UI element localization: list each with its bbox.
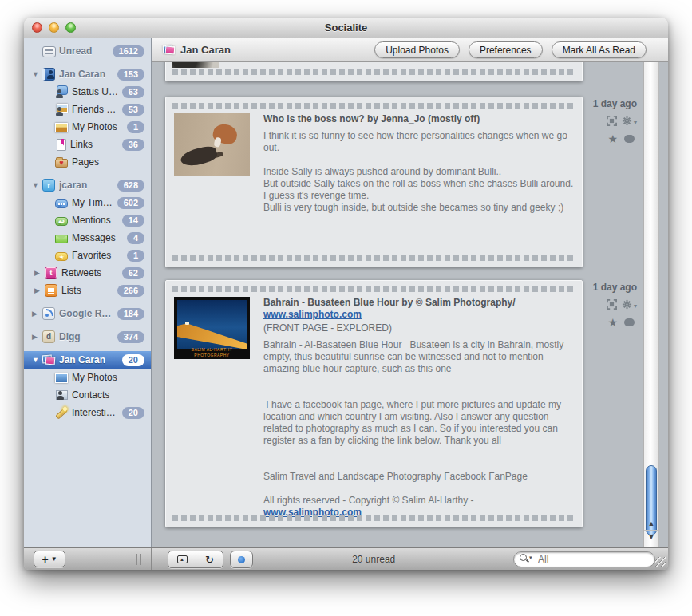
expand-icon[interactable] — [607, 115, 617, 129]
star-bubble-icon — [55, 252, 68, 261]
filmstrip-perforation — [172, 286, 575, 292]
sidebar-item-label: jcaran — [59, 180, 117, 191]
disclosure-triangle[interactable] — [32, 310, 42, 318]
comment-bubble-icon[interactable] — [624, 135, 635, 143]
sidebar-item-digg[interactable]: Digg 374 — [24, 328, 151, 346]
sidebar-item-label: Jan Caran — [59, 69, 117, 80]
feed-item-body: I think it is so funny to see how there … — [263, 130, 574, 214]
preferences-button[interactable]: Preferences — [469, 41, 543, 58]
disclosure-triangle[interactable] — [32, 70, 42, 78]
unread-count-badge: 184 — [117, 308, 144, 320]
sidebar-item-unread[interactable]: Unread 1612 — [24, 42, 151, 60]
feed-item-title: Who is the boss now? by Jenna_Jo (mostly… — [263, 113, 574, 125]
feed-item-partial[interactable] — [165, 62, 583, 81]
sidebar-item-google-reader[interactable]: Google R… 184 — [24, 305, 151, 322]
sidebar-item-pages[interactable]: Pages — [24, 153, 151, 171]
gear-menu-icon[interactable] — [622, 115, 632, 129]
scroll-down-arrow[interactable]: ▼ — [644, 530, 658, 543]
scroll-up-arrow[interactable]: ▲ — [644, 517, 658, 530]
window-resize-grip[interactable] — [655, 557, 666, 567]
refresh-icon: ↻ — [205, 554, 214, 566]
feed-item-dogs[interactable]: Who is the boss now? by Jenna_Jo (mostly… — [165, 97, 583, 267]
media-pane-toggle-button[interactable]: ▲ — [168, 551, 196, 567]
sidebar-item-favorites[interactable]: Favorites 1 — [24, 247, 151, 264]
sidebar-item-twitter-account[interactable]: jcaran 628 — [24, 176, 151, 194]
feed-scroll-area: Who is the boss now? by Jenna_Jo (mostly… — [152, 62, 668, 547]
feed-photo-bahrain[interactable]: SALIM AL-HARTHY PHOTOGRAPHY — [174, 297, 250, 359]
gear-caret: ▾ — [634, 302, 637, 310]
splitter-drag-handle[interactable] — [136, 554, 146, 565]
tan-dog-shape — [212, 122, 239, 146]
vertical-scrollbar[interactable]: ▲ ▼ — [643, 62, 659, 547]
sidebar-item-links[interactable]: Links 36 — [24, 136, 151, 153]
feed-item-bahrain[interactable]: SALIM AL-HARTHY PHOTOGRAPHY Bahrain - Bu… — [165, 280, 583, 527]
pages-folder-icon — [55, 159, 68, 168]
feed-item-title: Bahrain - Busateen Blue Hour by © Salim … — [263, 297, 574, 309]
inbox-icon — [42, 45, 55, 57]
facebook-account-icon — [42, 68, 55, 81]
sidebar-item-retweets[interactable]: Retweets 62 — [24, 264, 151, 282]
feed-photo-dogs[interactable] — [174, 113, 250, 176]
envelope-icon — [55, 235, 68, 243]
sidebar-item-mentions[interactable]: Mentions 14 — [24, 211, 151, 229]
view-controls: ▲ ↻ — [168, 551, 223, 568]
flickr-feed-icon — [163, 44, 175, 56]
sidebar-item-label: Lists — [61, 285, 117, 296]
magic-wand-icon — [55, 406, 68, 419]
disclosure-triangle[interactable] — [32, 356, 42, 364]
sidebar-item-label: Digg — [59, 331, 117, 342]
unread-filter-button[interactable] — [230, 551, 253, 568]
sidebar-item-lists[interactable]: Lists 266 — [24, 282, 151, 299]
unread-count-badge: 14 — [122, 215, 144, 227]
photo-caption: SALIM AL-HARTHY PHOTOGRAPHY — [174, 347, 250, 358]
search-field-wrap: ▾ — [513, 551, 655, 567]
sidebar-item-my-photos[interactable]: My Photos 1 — [24, 118, 151, 136]
feed-toolbar: Jan Caran Upload Photos Preferences Mark… — [152, 38, 668, 62]
favorite-star-icon[interactable]: ★ — [607, 318, 618, 327]
feed-title-text: Jan Caran — [180, 44, 231, 56]
sidebar-item-my-timeline[interactable]: My Tim… 602 — [24, 194, 151, 211]
sidebar-item-status-updates[interactable]: Status U… 63 — [24, 83, 151, 101]
sidebar-item-contacts[interactable]: Contacts — [24, 386, 151, 404]
blue-dot-icon — [238, 556, 245, 563]
unread-count-badge: 374 — [117, 331, 144, 343]
search-icon[interactable]: ▾ — [520, 554, 532, 565]
comment-bubble-icon[interactable] — [624, 318, 635, 326]
disclosure-triangle[interactable] — [32, 333, 42, 341]
upload-photos-button[interactable]: Upload Photos — [374, 41, 460, 58]
expand-icon[interactable] — [607, 298, 617, 313]
sidebar-item-label: Retweets — [61, 267, 122, 278]
feed-photo-partial[interactable] — [172, 62, 219, 68]
sidebar-item-flickr-my-photos[interactable]: My Photos — [24, 369, 151, 386]
gear-menu-icon[interactable] — [622, 298, 632, 313]
digg-icon — [42, 330, 55, 343]
favorite-star-icon[interactable]: ★ — [607, 134, 618, 144]
sidebar-item-messages[interactable]: Messages 4 — [24, 229, 151, 247]
sidebar-item-flickr-account-selected[interactable]: Jan Caran 20 — [24, 351, 151, 369]
building-light — [185, 322, 189, 325]
timestamp: 1 day ago — [593, 98, 637, 109]
sidebar-item-facebook-account[interactable]: Jan Caran 153 — [24, 65, 151, 83]
disclosure-triangle[interactable] — [34, 269, 45, 277]
sidebar-item-label: Friends … — [72, 104, 122, 115]
search-input[interactable] — [513, 551, 655, 567]
close-button[interactable] — [32, 22, 42, 33]
unread-count-badge: 153 — [117, 69, 144, 81]
sidebar-item-friends[interactable]: Friends … 53 — [24, 101, 151, 118]
minimize-button[interactable] — [49, 22, 59, 33]
traffic-lights — [32, 22, 76, 33]
disclosure-triangle[interactable] — [32, 181, 42, 189]
timeline-bubble-icon — [55, 199, 68, 208]
sidebar-item-interesting[interactable]: Interesti… 20 — [24, 404, 151, 421]
search-scope-caret: ▾ — [529, 555, 532, 561]
title-bar[interactable]: Socialite — [24, 18, 668, 38]
add-account-button[interactable]: + ▼ — [34, 551, 65, 567]
filmstrip-perforation — [172, 255, 575, 261]
zoom-button[interactable] — [65, 22, 76, 33]
unread-count-badge: 20 — [122, 354, 144, 366]
mark-all-as-read-button[interactable]: Mark All As Read — [552, 41, 647, 58]
bookmark-icon — [57, 139, 66, 151]
refresh-button[interactable]: ↻ — [196, 551, 223, 567]
disclosure-triangle[interactable] — [34, 286, 45, 294]
author-link[interactable]: www.salimphoto.com — [263, 309, 362, 321]
